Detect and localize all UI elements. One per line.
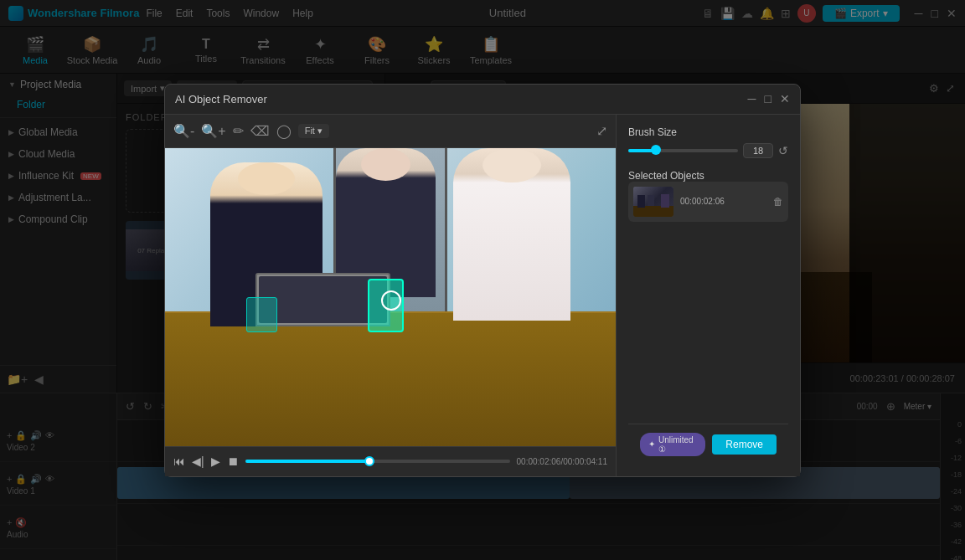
scene-cup — [246, 297, 278, 333]
app-container: Wondershare Filmora File Edit Tools Wind… — [0, 0, 965, 560]
modal-close-button[interactable]: ✕ — [780, 92, 790, 105]
thumb-scene — [633, 187, 673, 217]
fit-button[interactable]: Fit ▾ — [298, 124, 329, 138]
person3-head — [482, 148, 541, 182]
stop-icon[interactable]: ⏹ — [227, 455, 239, 468]
brush-size-row: 18 ↺ — [628, 143, 788, 158]
modal-header: AI Object Remover ─ □ ✕ — [165, 85, 800, 115]
brush-size-value[interactable]: 18 — [743, 143, 773, 158]
remove-button[interactable]: Remove — [712, 434, 777, 455]
progress-fill — [245, 460, 369, 463]
selected-objects-section: Selected Objects — [628, 167, 788, 222]
zoom-out-icon[interactable]: 🔍- — [173, 123, 194, 139]
playback-progress[interactable] — [245, 460, 510, 463]
modal-video-area: 🔍- 🔍+ ✏ ⌫ ◯ Fit ▾ ⤢ — [165, 115, 616, 476]
export-frame-icon[interactable]: ⤢ — [596, 124, 607, 138]
object-delete-icon[interactable]: 🗑 — [773, 196, 783, 208]
modal-playback-bar: ⏮ ◀| ▶ ⏹ 00:00:02:06/00:00:04:11 — [165, 446, 616, 476]
eraser-icon[interactable]: ⌫ — [250, 123, 270, 139]
person2-head — [361, 148, 410, 181]
modal-minimize-button[interactable]: ─ — [748, 92, 756, 105]
pen-icon[interactable]: ✏ — [233, 123, 244, 139]
ai-object-remover-modal: AI Object Remover ─ □ ✕ 🔍- 🔍+ ✏ ⌫ — [164, 84, 801, 477]
modal-video-content — [165, 148, 616, 446]
video-frame — [165, 148, 616, 446]
brush-size-section: Brush Size 18 ↺ — [628, 126, 788, 158]
brush-circle — [381, 290, 401, 311]
object-card-1: 00:00:02:06 🗑 — [628, 182, 788, 222]
modal-right-panel: Brush Size 18 ↺ Selected Objects — [616, 115, 800, 476]
thumb-person1 — [637, 195, 646, 207]
modal-overlay: AI Object Remover ─ □ ✕ 🔍- 🔍+ ✏ ⌫ — [0, 0, 965, 560]
brush-cursor — [381, 290, 401, 311]
modal-video-toolbar: 🔍- 🔍+ ✏ ⌫ ◯ Fit ▾ ⤢ — [165, 115, 616, 148]
object-time: 00:00:02:06 — [680, 197, 766, 206]
progress-thumb[interactable] — [364, 456, 374, 466]
brush-size-title: Brush Size — [628, 126, 788, 138]
remove-label: Remove — [725, 439, 763, 450]
ai-badge: ✦ Unlimited ① — [640, 433, 705, 456]
brush-slider-thumb[interactable] — [651, 145, 661, 155]
thumb-person3 — [661, 194, 670, 208]
fit-label: Fit — [305, 126, 315, 136]
brush-slider[interactable] — [628, 149, 738, 152]
person1-head — [238, 162, 294, 195]
modal-footer: ✦ Unlimited ① Remove — [628, 424, 788, 465]
lasso-icon[interactable]: ◯ — [276, 123, 292, 139]
skip-back-icon[interactable]: ⏮ — [173, 455, 185, 468]
zoom-in-icon[interactable]: 🔍+ — [201, 123, 225, 139]
frame-back-icon[interactable]: ◀| — [192, 455, 204, 468]
playback-time: 00:00:02:06/00:00:04:11 — [517, 457, 607, 466]
modal-tool-right: ⤢ — [596, 123, 607, 139]
video-scene — [165, 148, 616, 446]
ai-icon: ✦ — [648, 439, 655, 449]
modal-maximize-button[interactable]: □ — [765, 92, 771, 105]
object-thumbnail — [633, 187, 673, 217]
unlimited-label: Unlimited ① — [658, 435, 697, 454]
modal-title: AI Object Remover — [175, 93, 748, 105]
thumb-table — [633, 206, 673, 217]
selected-objects-title: Selected Objects — [628, 170, 788, 182]
scene-person-3 — [453, 148, 570, 321]
modal-window-controls: ─ □ ✕ — [748, 92, 790, 105]
modal-body: 🔍- 🔍+ ✏ ⌫ ◯ Fit ▾ ⤢ — [165, 115, 800, 476]
brush-reset-icon[interactable]: ↺ — [778, 144, 788, 157]
fit-chevron: ▾ — [317, 126, 323, 136]
thumb-person2 — [648, 195, 655, 206]
panel-spacer — [628, 230, 788, 415]
play-icon[interactable]: ▶ — [211, 455, 220, 468]
